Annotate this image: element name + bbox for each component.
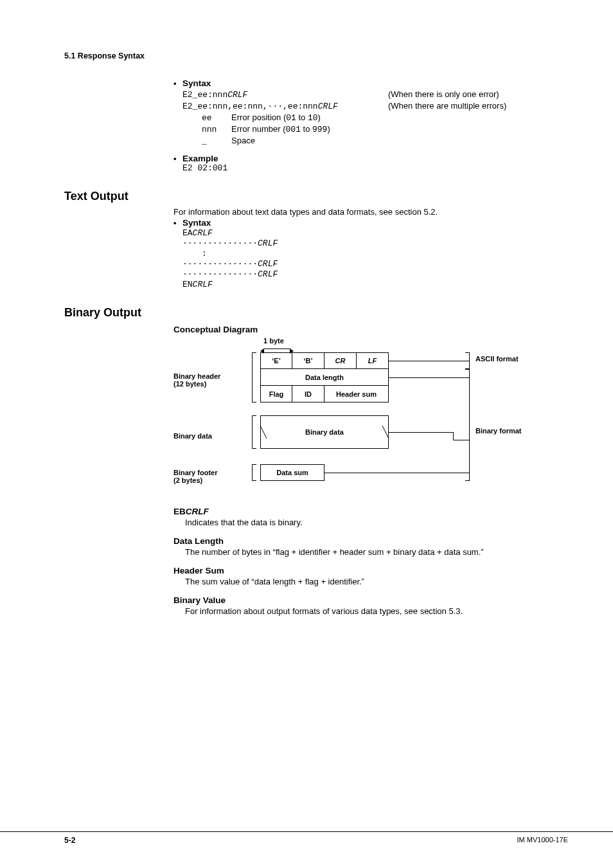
cell-flag: Flag [260,386,292,402]
page-number: 5-2 [64,836,75,845]
binary-value-head: Binary Value [173,595,568,605]
text-output-title: Text Output [64,190,568,203]
txt: to [296,113,308,122]
bracket-icon [252,352,253,402]
cell-datalen: Data length [260,369,389,386]
txt: Error position ( [231,113,286,122]
cell-lf: LF [357,352,389,369]
cell-b: ‘B’ [292,352,324,369]
cell-id: ID [292,386,324,402]
running-head: 5.1 Response Syntax [64,51,568,60]
svg-line-1 [382,426,389,439]
code: E2_ee:nnn,ee:nnn,···,ee:nnn [182,102,318,111]
bullet-icon: • [173,78,182,88]
byte-label: 1 byte [263,337,284,345]
bullet-icon: • [173,218,182,228]
example-bullet: • Example [173,154,568,163]
svg-line-0 [260,426,267,439]
ebcrlf-head: EBCRLF [173,507,568,516]
page-footer: 5-2 IM MV1000-17E [0,831,613,845]
dots: ··············· [182,259,258,269]
syntax-label: Syntax [182,78,211,88]
code-crlf: CRLF [193,228,213,238]
colon: : [202,249,207,258]
code-crlf: CRLF [258,269,278,279]
header-sum-body: The sum value of “data length + flag + i… [185,577,568,586]
text-output-intro: For information about text data types an… [173,207,568,217]
syntax-line-1: E2_ee:nnnCRLF (When there is only one er… [182,89,568,100]
code: 999 [312,125,327,134]
binary-value-body: For information about output formats of … [185,606,568,616]
txt: Error number ( [231,124,286,134]
connector-line [453,432,454,440]
cell-hsum: Header sum [324,386,389,402]
dots: ··············· [182,239,258,248]
code-crlf: CRLF [193,280,213,289]
data-length-body: The number of bytes in “flag + identifie… [185,547,568,557]
byte-arrow-icon [261,346,293,352]
code: 10 [308,113,318,123]
cell-e: ‘E’ [260,352,292,369]
code-crlf: CRLF [258,259,278,269]
diagonal-mark-icon [260,415,389,449]
bracket-icon [469,369,470,481]
connector-line [389,361,469,361]
binary-format-label: Binary format [475,427,522,435]
binary-footer-label: Binary footer (2 bytes) [173,469,251,484]
txt: ) [327,124,330,134]
bracket-icon [252,415,253,449]
data-length-head: Data Length [173,536,568,546]
header-row-3: Flag ID Header sum [260,386,389,402]
header-row-1: ‘E’ ‘B’ CR LF [260,352,389,369]
connector-line [453,440,469,440]
syntax-label: Syntax [182,218,211,228]
term: _ [202,136,231,146]
example-code: E2 02:001 [182,163,568,173]
bracket-icon [469,352,470,369]
syntax-line-2: E2_ee:nnn,ee:nnn,···,ee:nnnCRLF (When th… [182,101,568,111]
def-space: _ Space [202,136,568,146]
connector-line [324,473,469,473]
conceptual-diagram-title: Conceptual Diagram [173,325,568,334]
binary-data-label: Binary data [173,432,251,440]
code-crlf: CRLF [227,90,247,100]
footer-row: Data sum [260,464,324,481]
ascii-format-label: ASCII format [475,355,519,363]
diagram: 1 byte Binary header (12 bytes) Binary d… [173,337,568,498]
dots: ··············· [182,269,258,279]
txt: to [301,124,312,134]
bracket-icon [252,464,253,481]
header-sum-head: Header Sum [173,566,568,575]
connector-line [389,432,453,433]
code-crlf: CRLF [258,239,278,248]
connector-line [389,377,469,378]
example-label: Example [182,154,218,163]
ebcrlf-body: Indicates that the data is binary. [185,518,568,527]
code: 001 [286,125,301,134]
txt: ) [318,113,321,122]
bullet-icon: • [173,154,182,163]
syntax-bullet-2: • Syntax [173,218,568,228]
code: EN [182,280,193,289]
note: (When there are multiple errors) [388,101,506,111]
header-row-2: Data length [260,369,389,386]
code-crlf: CRLF [318,102,338,111]
def-nnn: nnn Error number (001 to 999) [202,124,568,134]
code: EA [182,228,193,238]
code: E2_ee:nnn [182,90,227,100]
binary-header-label: Binary header (12 bytes) [173,372,251,388]
doc-id: IM MV1000-17E [517,836,568,845]
cell-cr: CR [324,352,357,369]
code: 01 [286,113,296,123]
cell-dsum: Data sum [260,464,324,481]
term: ee [202,113,231,123]
def-ee: ee Error position (01 to 10) [202,113,568,123]
syntax-bullet: • Syntax [173,78,568,88]
term: nnn [202,125,231,134]
binary-output-title: Binary Output [64,306,568,320]
txt: Space [231,136,255,145]
note: (When there is only one error) [388,89,499,99]
